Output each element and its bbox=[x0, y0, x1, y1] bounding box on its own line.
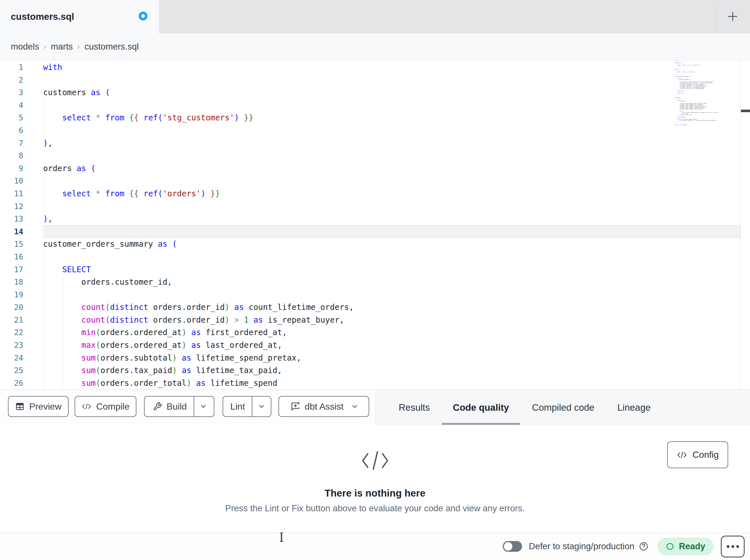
editor-minimap[interactable]: with customers as ( select * from {{ ref… bbox=[675, 60, 718, 125]
breadcrumb-separator: › bbox=[73, 42, 84, 51]
plus-icon bbox=[726, 10, 739, 23]
code-content[interactable]: with customers as ( select * from {{ ref… bbox=[43, 61, 354, 390]
preview-button-label: Preview bbox=[29, 401, 61, 412]
build-button-label: Build bbox=[166, 401, 186, 412]
chevron-down-icon bbox=[199, 402, 207, 411]
tab-compiled-code[interactable]: Compiled code bbox=[532, 390, 594, 425]
defer-label: Defer to staging/production bbox=[529, 541, 634, 552]
dbt-assist-button[interactable]: dbt Assist bbox=[278, 396, 369, 417]
breadcrumb-item-marts[interactable]: marts bbox=[51, 42, 73, 52]
tab-code-quality[interactable]: Code quality bbox=[453, 390, 509, 425]
scrollbar-thumb[interactable] bbox=[741, 110, 750, 112]
breadcrumb-separator: › bbox=[39, 42, 51, 51]
editor-tab-bar: customers.sql bbox=[0, 0, 750, 33]
ellipsis-icon bbox=[736, 545, 739, 548]
breadcrumb: models › marts › customers.sql bbox=[11, 42, 139, 52]
code-editor[interactable]: 1 2 3 4 5 6 7 8 9 10 11 12 13 14 15 16 1… bbox=[0, 60, 750, 390]
status-badge-label: Ready bbox=[679, 541, 705, 552]
chevron-down-icon bbox=[351, 402, 359, 411]
table-icon bbox=[15, 402, 25, 411]
chevron-down-icon bbox=[257, 402, 265, 411]
tab-results[interactable]: Results bbox=[399, 390, 430, 425]
help-icon[interactable] bbox=[639, 542, 649, 551]
lint-button[interactable]: Lint bbox=[223, 397, 252, 416]
new-tab-button[interactable] bbox=[726, 9, 739, 23]
build-button[interactable]: Build bbox=[146, 397, 193, 416]
unsaved-changes-icon bbox=[139, 12, 147, 20]
breadcrumb-item-models[interactable]: models bbox=[11, 42, 39, 52]
tab-lineage[interactable]: Lineage bbox=[617, 390, 650, 425]
wrench-icon bbox=[153, 402, 162, 411]
status-badge[interactable]: Ready bbox=[657, 538, 713, 555]
build-split-button: Build bbox=[144, 396, 214, 417]
code-quality-panel: Config There is nothing here Press the L… bbox=[0, 425, 750, 533]
empty-state: There is nothing here Press the Lint or … bbox=[0, 425, 750, 514]
ellipsis-icon bbox=[727, 545, 729, 548]
results-tab-bar: Results Code quality Compiled code Linea… bbox=[375, 390, 750, 425]
status-bar: Defer to staging/production Ready bbox=[0, 533, 750, 560]
code-icon bbox=[81, 403, 92, 410]
preview-button[interactable]: Preview bbox=[8, 396, 68, 417]
compile-button[interactable]: Compile bbox=[75, 396, 136, 417]
dbt-assist-button-label: dbt Assist bbox=[305, 401, 344, 412]
ready-circle-icon bbox=[666, 542, 674, 551]
breadcrumb-item-file[interactable]: customers.sql bbox=[84, 42, 139, 52]
lint-split-button: Lint bbox=[222, 396, 271, 417]
lint-button-label: Lint bbox=[230, 401, 245, 412]
code-icon bbox=[359, 450, 391, 472]
build-dropdown-button[interactable] bbox=[194, 397, 212, 416]
line-number-gutter: 1 2 3 4 5 6 7 8 9 10 11 12 13 14 15 16 1… bbox=[0, 61, 23, 390]
defer-toggle[interactable] bbox=[503, 541, 522, 552]
ellipsis-icon bbox=[732, 545, 734, 548]
assist-chat-icon bbox=[291, 402, 300, 411]
empty-state-title: There is nothing here bbox=[0, 488, 750, 499]
more-options-button[interactable] bbox=[721, 536, 745, 557]
editor-toolbar: Preview Compile Build Lint bbox=[0, 390, 750, 425]
text-cursor-icon: I bbox=[279, 530, 284, 545]
file-header-bar: models › marts › customers.sql Save bbox=[0, 33, 750, 60]
tab-title: customers.sql bbox=[11, 11, 74, 22]
toggle-knob bbox=[504, 542, 512, 551]
tab-customers-sql[interactable]: customers.sql bbox=[0, 0, 159, 34]
compile-button-label: Compile bbox=[96, 401, 129, 412]
empty-state-subtitle: Press the Lint or Fix button above to ev… bbox=[0, 503, 750, 514]
lint-dropdown-button[interactable] bbox=[252, 397, 271, 416]
